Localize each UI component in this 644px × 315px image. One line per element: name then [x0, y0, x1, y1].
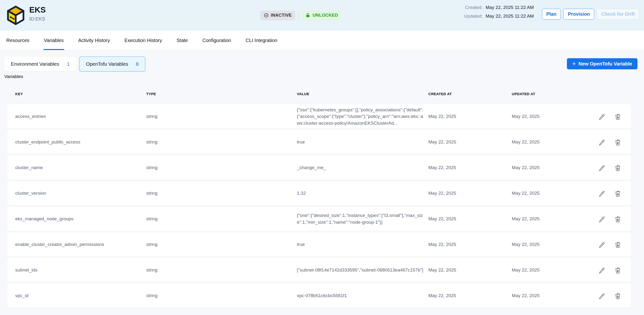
variable-value: ["subnet-08f14e7142d333595","subnet-0680… [297, 267, 428, 274]
variable-type-switcher: Environment Variables 1 OpenTofu Variabl… [4, 56, 145, 71]
pencil-icon [598, 164, 606, 172]
variable-updated-at: May 22, 2025 [512, 216, 595, 222]
variables-table-body: access_entries string {"sso":{"kubernete… [7, 104, 631, 309]
tab-cli-integration[interactable]: CLI Integration [245, 31, 278, 50]
edit-variable-button[interactable] [598, 138, 606, 146]
plus-icon: + [572, 60, 576, 67]
variable-created-at: May 22, 2025 [428, 139, 512, 145]
edit-variable-button[interactable] [598, 266, 606, 274]
edit-variable-button[interactable] [598, 292, 606, 300]
variable-type: string [146, 267, 297, 273]
variable-type: string [146, 242, 297, 247]
variable-value: vpc-078b51c6cbc5581f1 [297, 292, 428, 299]
variable-key: eks_managed_node_groups [15, 216, 146, 222]
column-header-key: KEY [15, 92, 146, 96]
tab-execution-history[interactable]: Execution History [124, 31, 163, 50]
delete-variable-button[interactable] [614, 189, 622, 197]
status-badge-label: INACTIVE [271, 13, 292, 18]
delete-variable-button[interactable] [614, 138, 622, 146]
variable-type: string [146, 165, 297, 170]
environment-title-block: EKS ID:EKS [29, 5, 46, 22]
delete-variable-button[interactable] [614, 112, 622, 121]
delete-variable-button[interactable] [614, 164, 622, 172]
edit-variable-button[interactable] [598, 240, 606, 249]
variable-created-at: May 22, 2025 [428, 242, 512, 247]
tab-variables[interactable]: Variables [44, 31, 64, 50]
variable-value: 1.32 [297, 190, 428, 197]
edit-variable-button[interactable] [598, 112, 606, 121]
table-row: cluster_endpoint_public_access string tr… [7, 130, 631, 154]
column-header-type: TYPE [146, 92, 297, 96]
table-row: cluster_version string 1.32 May 22, 2025… [7, 181, 631, 205]
variable-key: subnet_ids [15, 267, 146, 273]
trash-icon [614, 267, 622, 274]
opentofu-variables-tab[interactable]: OpenTofu Variables 8 [79, 56, 145, 71]
variable-updated-at: May 22, 2025 [512, 293, 595, 298]
variable-updated-at: May 22, 2025 [512, 165, 595, 170]
tab-resources[interactable]: Resources [6, 31, 30, 50]
trash-icon [614, 241, 622, 248]
pencil-icon [598, 113, 606, 120]
variable-updated-at: May 22, 2025 [512, 139, 595, 145]
trash-icon [614, 138, 622, 146]
trash-icon [614, 164, 622, 172]
status-badges: INACTIVE UNLOCKED [260, 0, 341, 31]
opentofu-variables-tab-label: OpenTofu Variables [86, 61, 128, 67]
variable-updated-at: May 22, 2025 [512, 267, 595, 273]
pencil-icon [598, 292, 606, 300]
provision-button[interactable]: Provision [564, 9, 594, 19]
column-header-created-at: CREATED AT [428, 92, 512, 96]
variable-value: true [297, 139, 428, 145]
pencil-icon [598, 215, 606, 223]
table-row: enable_cluster_creator_admin_permissions… [7, 232, 631, 257]
variable-type: string [146, 191, 297, 196]
variable-created-at: May 22, 2025 [428, 267, 512, 273]
environment-variables-tab[interactable]: Environment Variables 1 [4, 56, 76, 71]
variable-key: cluster_endpoint_public_access [15, 139, 146, 145]
pencil-icon [598, 138, 606, 146]
variable-key: enable_cluster_creator_admin_permissions [15, 242, 146, 247]
header-action-buttons: Plan Provision Check for Drift [542, 9, 639, 19]
variable-type: string [146, 293, 297, 298]
updated-value: May 22, 2025 11:22 AM [486, 13, 534, 19]
edit-variable-button[interactable] [598, 164, 606, 172]
variable-updated-at: May 22, 2025 [512, 114, 595, 119]
table-row: eks_managed_node_groups string {"one":{"… [7, 207, 631, 231]
trash-icon [614, 113, 622, 120]
variable-value: {"sso":{"kubernetes_groups":[],"policy_a… [297, 106, 428, 127]
lock-badge-label: UNLOCKED [312, 13, 338, 18]
delete-variable-button[interactable] [614, 266, 622, 274]
check-for-drift-button[interactable]: Check for Drift [597, 9, 639, 19]
variable-created-at: May 22, 2025 [428, 216, 512, 222]
created-label: Created: [464, 5, 483, 10]
environment-variables-count: 1 [67, 61, 70, 67]
delete-variable-button[interactable] [614, 292, 622, 300]
unlocked-padlock-icon [306, 13, 311, 18]
new-opentofu-variable-button[interactable]: + New OpenTofu Variable [567, 58, 638, 69]
variable-value: true [297, 241, 428, 248]
delete-variable-button[interactable] [614, 240, 622, 249]
tab-configuration[interactable]: Configuration [202, 31, 232, 50]
tab-state[interactable]: State [176, 31, 188, 50]
variable-key: access_entries [15, 114, 146, 119]
badge-divider [298, 12, 299, 19]
trash-icon [614, 292, 622, 300]
column-header-value: VALUE [297, 92, 428, 96]
created-value: May 22, 2025 11:22 AM [486, 5, 534, 10]
table-row: vpc_id string vpc-078b51c6cbc5581f1 May … [7, 284, 631, 308]
minus-circle-icon [264, 13, 269, 18]
main-tabbar: Resources Variables Activity History Exe… [0, 31, 644, 50]
tab-activity-history[interactable]: Activity History [78, 31, 110, 50]
edit-variable-button[interactable] [598, 215, 606, 223]
variables-table-header: KEY TYPE VALUE CREATED AT UPDATED AT [7, 92, 631, 96]
pencil-icon [598, 241, 606, 248]
delete-variable-button[interactable] [614, 215, 622, 223]
variable-created-at: May 22, 2025 [428, 293, 512, 298]
variable-type: string [146, 216, 297, 222]
plan-button[interactable]: Plan [542, 9, 561, 19]
page-title: EKS [29, 5, 46, 14]
table-row: cluster_name string _change_me_ May 22, … [7, 156, 631, 180]
edit-variable-button[interactable] [598, 189, 606, 197]
environment-variables-tab-label: Environment Variables [11, 61, 59, 67]
variable-created-at: May 22, 2025 [428, 114, 512, 119]
